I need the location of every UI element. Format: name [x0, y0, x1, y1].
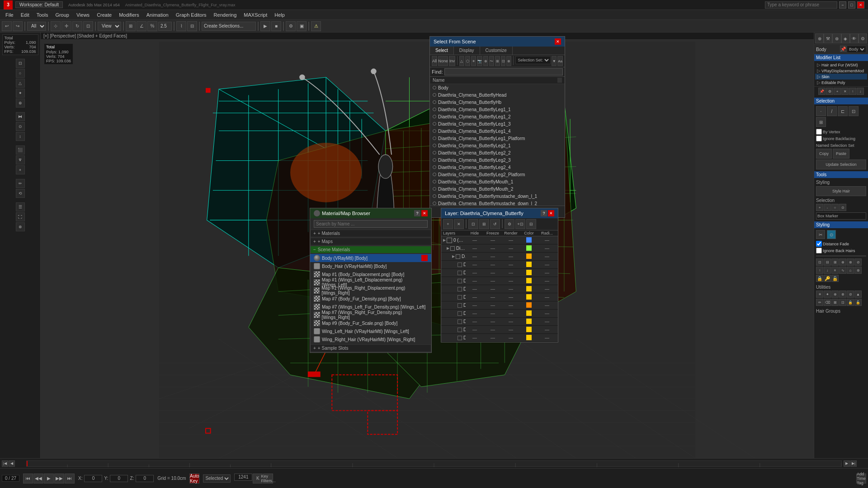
pin-button[interactable]: 📌	[840, 46, 846, 52]
z-input[interactable]	[136, 475, 154, 482]
styling-tool-2[interactable]: ⊙	[827, 230, 836, 239]
hair-tool-2[interactable]: ⊟	[824, 258, 831, 266]
update-sel-btn[interactable]: Update Selection	[816, 160, 866, 169]
mod-add[interactable]: +	[834, 88, 841, 95]
sel-dlg-invert[interactable]: Inv	[449, 56, 455, 66]
mat-search-input[interactable]	[314, 220, 428, 228]
nav-play[interactable]: ▶	[44, 474, 54, 483]
tb-snap-value[interactable]	[158, 22, 172, 31]
mat-item[interactable]: Body (VRayMtl) [Body]	[310, 254, 431, 262]
menu-edit[interactable]: Edit	[17, 11, 33, 19]
left-tool-10[interactable]: ⛛	[16, 155, 25, 164]
sel-dlg-helpers[interactable]: ⊕	[483, 56, 488, 66]
list-item[interactable]: Diaethria_Clymena_ButterflyHead	[430, 91, 565, 99]
tb-select[interactable]: ⊹	[51, 21, 61, 31]
cmd-motion[interactable]: ◈	[841, 33, 850, 43]
layer-item[interactable]: Diaethria_...wi... — — — —	[441, 301, 558, 310]
mod-config[interactable]: ⚙	[826, 88, 833, 95]
mat-section-samples[interactable]: + + Sample Slots	[310, 344, 431, 352]
minimize-button[interactable]: −	[839, 1, 846, 9]
layer-visibility-box[interactable]	[447, 238, 452, 243]
list-item[interactable]: Diaethria_Clymena_ButterflyLeg2_3	[430, 156, 565, 164]
list-item[interactable]: Diaethria_Clymena_ButterflyLeg2_1	[430, 142, 565, 149]
select-dialog-close[interactable]: ✕	[555, 38, 561, 45]
cmd-hierarchy[interactable]: ⊛	[832, 33, 841, 43]
mod-skin[interactable]: ▷ Skin	[815, 74, 867, 80]
left-tool-11[interactable]: ⌖	[16, 165, 25, 174]
list-item[interactable]: Diaethria_Clymena_ButterflyLeg1_2	[430, 113, 565, 120]
nav-play-back[interactable]: ◀◀	[33, 474, 43, 483]
util-6[interactable]: ▲	[854, 291, 862, 298]
hair-tool-8[interactable]: ↓	[824, 267, 831, 274]
layer-panel-help[interactable]: ?	[541, 210, 547, 216]
left-tool-15[interactable]: ⛶	[16, 212, 25, 221]
list-item[interactable]: Diaethria_Clymena_ButterflyLeg2_4	[430, 164, 565, 171]
tool-loop[interactable]: ○	[831, 204, 839, 211]
tb-undo[interactable]: ↩	[2, 21, 12, 31]
tb-angle-snap[interactable]: ∠	[137, 21, 146, 31]
tb-filter-dropdown[interactable]: All	[27, 22, 46, 31]
menu-group[interactable]: Group	[52, 11, 73, 19]
layer-refresh[interactable]: ↺	[490, 219, 500, 229]
util-3[interactable]: ⊕	[831, 291, 839, 298]
menu-rendering[interactable]: Rendering	[210, 11, 241, 19]
select-dialog-list[interactable]: Body Diaethria_Clymena_ButterflyHead Dia…	[430, 84, 565, 206]
hair-tool-4[interactable]: ⊕	[839, 258, 846, 266]
timeline-track[interactable]	[26, 460, 842, 467]
list-item[interactable]: Diaethria_Clymena_Butterflymustache_down…	[430, 192, 565, 200]
util-2[interactable]: ✦	[824, 291, 831, 298]
menu-tools[interactable]: Tools	[33, 11, 52, 19]
hair-tool-12[interactable]: ⊛	[854, 267, 862, 274]
list-item[interactable]: Diaethria_Clymena_ButterflyLeg2_Platform	[430, 171, 565, 178]
nav-key-prev[interactable]: ⏮	[23, 474, 33, 483]
tool-grow[interactable]: +	[816, 204, 823, 211]
layer-settings[interactable]: ⚙	[505, 219, 514, 229]
cmd-display[interactable]: 👁	[850, 33, 859, 43]
sel-dlg-cameras[interactable]: 📷	[477, 56, 482, 66]
distance-fade-checkbox[interactable]	[816, 241, 822, 247]
tb-rotate[interactable]: ↻	[72, 21, 82, 31]
sel-dlg-xrefs[interactable]: ⊡	[501, 56, 506, 66]
ignore-back-hairs-checkbox[interactable]	[816, 248, 822, 253]
hair-tool-7[interactable]: ↑	[816, 267, 823, 274]
tb-move[interactable]: ✛	[61, 21, 71, 31]
layer-item[interactable]: Diaethria_...ywi... — — — —	[441, 277, 558, 285]
left-tool-6[interactable]: ⧓	[16, 112, 25, 121]
mat-item[interactable]: Map #7 (Wings_Right_Fur_Density.png) [Wi…	[310, 311, 431, 319]
list-item[interactable]: Diaethria_Clymena_ButterflyLeg1_Platform	[430, 135, 565, 142]
layer-delete[interactable]: ✕	[454, 219, 464, 229]
sel-dlg-all[interactable]: All	[432, 56, 437, 66]
util-5[interactable]: ⊘	[847, 291, 854, 298]
list-item[interactable]: Diaethria_Clymena_ButterflyLeg1_1	[430, 106, 565, 113]
tb-named-sel[interactable]	[202, 22, 256, 31]
mat-item[interactable]: Body_Hair (VRayHairMtl) [Body]	[310, 262, 431, 270]
timeline-back[interactable]: ◀	[9, 460, 15, 467]
x-input[interactable]	[84, 475, 102, 482]
layer-add-sel[interactable]: +⊡	[515, 219, 525, 229]
tb-mirror[interactable]: ⌇	[176, 21, 186, 31]
tb-snap[interactable]: ⊞	[126, 21, 136, 31]
left-tool-4[interactable]: ✦	[16, 89, 25, 98]
sel-dlg-none[interactable]: None	[438, 56, 448, 66]
menu-create[interactable]: Create	[93, 11, 115, 19]
util-8[interactable]: ⌫	[824, 299, 831, 306]
layer-move-to[interactable]: ⊡	[468, 219, 478, 229]
layer-expand[interactable]: ▶	[443, 238, 446, 242]
sel-dlg-lights[interactable]: ☀	[471, 56, 476, 66]
mat-section-materials[interactable]: + + Materials	[310, 230, 431, 237]
tb-percent[interactable]: %	[147, 21, 157, 31]
layer-panel-close[interactable]: ✕	[548, 210, 554, 216]
sel-poly[interactable]: ⊡	[849, 106, 859, 116]
tb-render[interactable]: ▣	[297, 21, 307, 31]
auto-key-btn[interactable]: Auto Key	[189, 474, 199, 483]
hair-tool-1[interactable]: ⊡	[816, 258, 823, 266]
key-filters-btn[interactable]: Key Filters...	[263, 474, 273, 483]
menu-maxscript[interactable]: MAXScript	[240, 11, 271, 19]
sel-dlg-geo[interactable]: △	[459, 56, 464, 66]
sel-dlg-set-select[interactable]: Selection Set:	[515, 56, 551, 64]
select-tab-display[interactable]: Display	[454, 47, 480, 55]
layer-vis3[interactable]	[456, 254, 460, 259]
list-item[interactable]: Diaethria_Clymena_ButterflyMouth_1	[430, 178, 565, 185]
hair-tool-11[interactable]: ⌂	[847, 267, 854, 274]
util-7[interactable]: ✏	[816, 299, 823, 306]
